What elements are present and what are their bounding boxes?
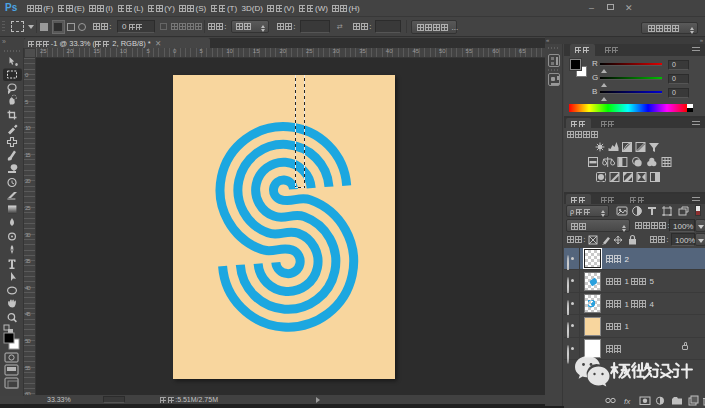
svg-text:fx: fx	[624, 397, 631, 406]
